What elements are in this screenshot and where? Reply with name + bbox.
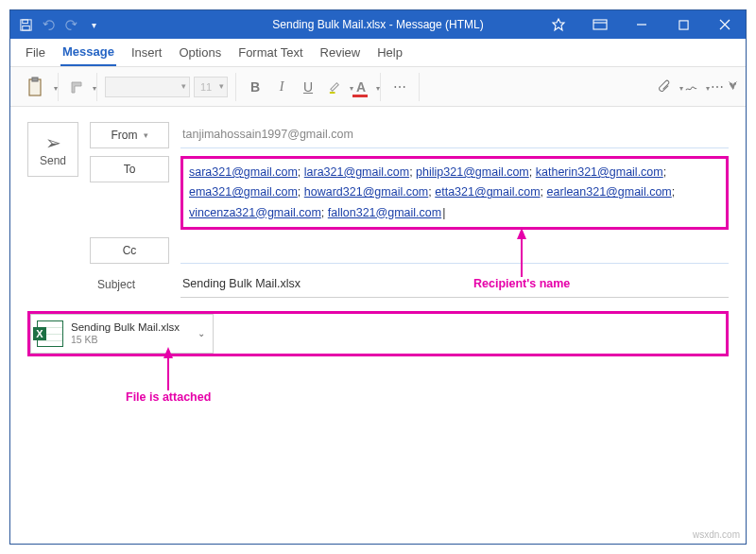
cc-field[interactable] [180,237,729,264]
recipient-address[interactable]: ema321@gmail.com [189,185,298,199]
attachment-filename: Sending Bulk Mail.xlsx [71,321,186,334]
window-title: Sending Bulk Mail.xlsx - Message (HTML) [272,18,483,31]
svg-rect-9 [29,79,41,95]
ellipsis-button[interactable]: ⋯ [388,76,411,98]
excel-file-icon [37,320,63,347]
undo-icon[interactable] [39,15,58,34]
redo-icon[interactable] [61,15,80,34]
close-button[interactable] [704,10,746,39]
send-label: Send [40,154,66,167]
coming-soon-icon[interactable] [538,10,579,39]
highlight-button[interactable] [323,76,346,98]
underline-button[interactable]: U [297,76,319,98]
watermark: wsxdn.com [693,529,740,540]
tab-format-text[interactable]: Format Text [236,38,304,66]
maximize-button[interactable] [662,10,704,39]
format-painter-icon[interactable] [66,76,89,98]
font-size-select[interactable]: 11 [194,77,228,97]
to-field[interactable]: sara321@gmail.com; lara321@gmail.com; ph… [189,163,720,223]
send-icon: ➢ [45,133,61,152]
compose-window: ▾ Sending Bulk Mail.xlsx - Message (HTML… [9,9,747,545]
svg-rect-3 [593,20,607,29]
collapse-ribbon-icon[interactable]: ⮟ [729,80,738,91]
recipient-address[interactable]: etta321@gmail.com [435,185,540,199]
annotation-file: File is attached [126,347,211,404]
ribbon: 11 B I U A ⋯ ⋯ ⮟ [10,67,746,107]
annotation-recipients: Recipient's name [473,228,570,290]
text-caret: | [442,206,445,219]
bold-button[interactable]: B [244,76,266,98]
subject-field[interactable]: Sending Bulk Mail.xlsx [180,271,729,298]
svg-rect-6 [679,20,687,28]
to-highlight-annotation: sara321@gmail.com; lara321@gmail.com; ph… [180,156,729,230]
svg-rect-10 [32,78,38,81]
save-icon[interactable] [16,15,35,34]
recipient-address[interactable]: fallon321@gmail.com [328,206,441,219]
more-commands-button[interactable]: ⋯ [706,76,729,98]
recipient-address[interactable]: sara321@gmail.com [189,165,298,179]
tab-insert[interactable]: Insert [129,38,164,66]
send-button[interactable]: ➢ Send [27,122,78,177]
ribbon-tabs: File Message Insert Options Format Text … [10,39,746,67]
attach-file-button[interactable] [653,76,676,98]
recipient-address[interactable]: howard321@gmail.com [304,185,429,199]
recipient-address[interactable]: vincenza321@gmail.com [189,206,321,219]
font-color-button[interactable]: A [350,76,372,98]
svg-rect-1 [22,19,27,23]
minimize-button[interactable] [621,10,662,39]
to-button[interactable]: To [90,156,169,182]
tab-options[interactable]: Options [177,38,223,66]
quick-access-toolbar: ▾ [10,15,109,34]
titlebar-controls [538,10,746,39]
compose-area: ➢ Send From tanjimahossain1997@gmail.com… [10,107,746,356]
recipient-address[interactable]: lara321@gmail.com [304,165,409,179]
from-field[interactable]: tanjimahossain1997@gmail.com [180,122,729,148]
paste-button[interactable] [20,76,50,98]
cc-button[interactable]: Cc [90,237,169,264]
from-button[interactable]: From [90,122,169,148]
tab-review[interactable]: Review [318,38,363,66]
ribbon-mode-icon[interactable] [579,10,621,39]
attachment-size: 15 KB [71,334,186,345]
recipient-address[interactable]: philip321@gmail.com [416,165,529,179]
qat-more-icon[interactable]: ▾ [84,15,103,34]
italic-button[interactable]: I [270,76,293,98]
font-name-select[interactable] [105,77,190,97]
tab-message[interactable]: Message [60,38,116,66]
svg-rect-2 [22,26,29,30]
recipient-address[interactable]: katherin321@gmail.com [536,165,663,179]
recipient-address[interactable]: earlean321@gmail.com [547,185,672,199]
signature-button[interactable] [679,76,702,98]
tab-file[interactable]: File [24,38,47,66]
subject-label: Subject [90,271,169,298]
titlebar: ▾ Sending Bulk Mail.xlsx - Message (HTML… [10,10,746,39]
tab-help[interactable]: Help [375,38,404,66]
attachment-menu-chevron-icon[interactable]: ⌄ [194,328,209,338]
